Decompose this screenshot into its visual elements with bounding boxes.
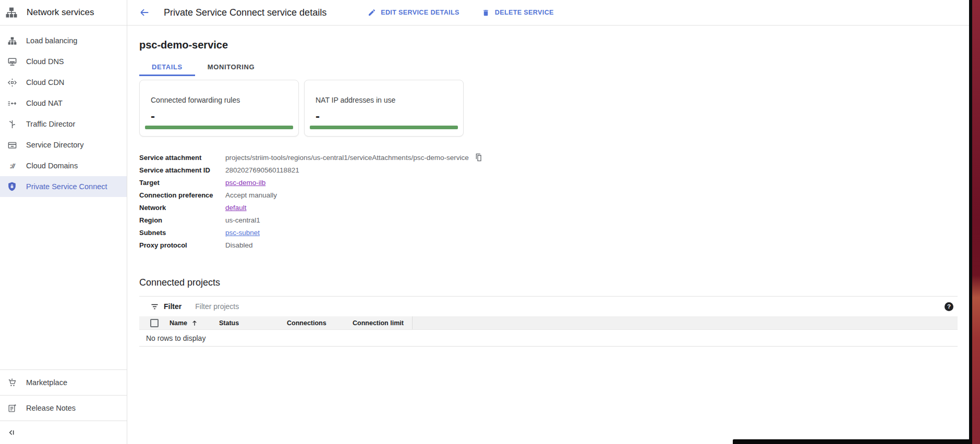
- sidebar-item-cloud-nat[interactable]: Cloud NAT: [0, 93, 127, 114]
- sidebar-item-label: Traffic Director: [26, 120, 75, 128]
- select-all-checkbox[interactable]: [150, 319, 159, 327]
- service-attachment-id-value: 2802027690560118821: [225, 166, 299, 174]
- detail-row-connection-preference: Connection preference Accept manually: [139, 189, 958, 201]
- cloud-dns-icon: [6, 55, 18, 68]
- detail-label: Target: [139, 179, 225, 187]
- detail-label: Proxy protocol: [139, 241, 225, 249]
- sidebar-item-label: Cloud NAT: [26, 99, 63, 107]
- sidebar-item-marketplace[interactable]: Marketplace: [0, 369, 127, 395]
- column-header-connection-limit[interactable]: Connection limit: [353, 319, 412, 327]
- psc-shield-lock-icon: [6, 180, 18, 193]
- detail-label: Service attachment: [139, 154, 225, 162]
- detail-label: Network: [139, 204, 225, 212]
- sidebar-collapse-row: [0, 421, 127, 444]
- network-services-logo-icon: [5, 6, 18, 19]
- marketplace-cart-icon: [6, 376, 18, 389]
- column-header-status[interactable]: Status: [219, 319, 287, 327]
- card-label: Connected forwarding rules: [151, 96, 288, 104]
- subnets-link[interactable]: psc-subnet: [225, 229, 260, 237]
- card-progress-bar: [310, 126, 458, 129]
- sidebar-item-label: Cloud Domains: [26, 162, 78, 170]
- detail-row-target: Target psc-demo-ilb: [139, 176, 958, 189]
- detail-label: Region: [139, 216, 225, 224]
- region-value: us-central1: [225, 216, 260, 224]
- sidebar-nav: Load balancing Cloud DNS: [0, 30, 127, 197]
- help-icon[interactable]: ?: [945, 302, 953, 311]
- tab-monitoring[interactable]: MONITORING: [195, 59, 267, 76]
- sidebar-item-label: Private Service Connect: [26, 182, 107, 191]
- delete-service-button[interactable]: DELETE SERVICE: [481, 8, 554, 17]
- sidebar-item-label: Service Directory: [26, 141, 83, 149]
- sidebar-item-traffic-director[interactable]: Traffic Director: [0, 114, 127, 134]
- card-connected-forwarding-rules: Connected forwarding rules -: [139, 80, 299, 137]
- detail-label: Subnets: [139, 229, 225, 237]
- pencil-icon: [367, 8, 376, 17]
- card-value: -: [151, 109, 288, 124]
- sidebar-title: Network services: [27, 7, 94, 18]
- sidebar-item-release-notes[interactable]: Release Notes: [0, 395, 127, 421]
- page-title: Private Service Connect service details: [164, 7, 326, 18]
- sidebar-item-label: Cloud DNS: [26, 57, 64, 66]
- filter-projects-input[interactable]: [195, 302, 945, 311]
- edit-button-label: EDIT SERVICE DETAILS: [381, 9, 459, 16]
- detail-row-proxy-protocol: Proxy protocol Disabled: [139, 239, 958, 251]
- sidebar: Network services Load balancing: [0, 0, 127, 444]
- load-balancing-icon: [6, 34, 18, 47]
- filter-label: Filter: [164, 302, 182, 311]
- card-value: -: [316, 109, 453, 124]
- sidebar-item-label: Load balancing: [26, 36, 77, 45]
- detail-row-region: Region us-central1: [139, 214, 958, 226]
- empty-table-message: No rows to display: [139, 330, 958, 347]
- content-area: Private Service Connect service details …: [127, 0, 969, 444]
- card-progress-bar: [145, 126, 293, 129]
- sidebar-item-private-service-connect[interactable]: Private Service Connect: [0, 176, 127, 197]
- service-directory-icon: [6, 139, 18, 151]
- cloud-nat-icon: [6, 97, 18, 109]
- back-arrow-icon[interactable]: [138, 6, 151, 19]
- sidebar-item-service-directory[interactable]: Service Directory: [0, 134, 127, 155]
- service-attachment-value: projects/striim-tools/regions/us-central…: [225, 154, 469, 162]
- cloud-domains-icon: ://: [6, 159, 18, 172]
- desktop-wallpaper-sliver: [972, 0, 980, 444]
- sidebar-item-label: Release Notes: [26, 404, 76, 412]
- connection-preference-value: Accept manually: [225, 191, 277, 199]
- traffic-director-icon: [6, 118, 18, 130]
- column-header-connections[interactable]: Connections: [287, 319, 353, 327]
- sidebar-item-cloud-cdn[interactable]: Cloud CDN: [0, 72, 127, 93]
- filter-bar: Filter ?: [139, 297, 958, 316]
- sidebar-item-label: Marketplace: [26, 378, 67, 387]
- background-window-bar: [733, 439, 972, 444]
- release-notes-icon: [6, 402, 18, 414]
- service-details-list: Service attachment projects/striim-tools…: [139, 151, 958, 251]
- collapse-sidebar-icon[interactable]: [4, 425, 19, 440]
- tab-bar: DETAILS MONITORING: [139, 59, 958, 76]
- page-body: psc-demo-service DETAILS MONITORING Conn…: [127, 26, 969, 444]
- target-link[interactable]: psc-demo-ilb: [225, 179, 265, 187]
- detail-row-service-attachment-id: Service attachment ID 280202769056011882…: [139, 164, 958, 176]
- sort-ascending-icon[interactable]: [191, 319, 198, 327]
- sidebar-item-cloud-dns[interactable]: Cloud DNS: [0, 51, 127, 72]
- proxy-protocol-value: Disabled: [225, 241, 253, 249]
- edit-service-details-button[interactable]: EDIT SERVICE DETAILS: [367, 8, 459, 17]
- column-header-name[interactable]: Name: [170, 319, 187, 327]
- sidebar-header: Network services: [0, 0, 127, 26]
- topbar: Private Service Connect service details …: [127, 0, 969, 26]
- connected-projects-heading: Connected projects: [139, 277, 958, 288]
- detail-label: Service attachment ID: [139, 166, 225, 174]
- sidebar-item-load-balancing[interactable]: Load balancing: [0, 30, 127, 51]
- sidebar-item-cloud-domains[interactable]: :// Cloud Domains: [0, 155, 127, 176]
- card-label: NAT IP addresses in use: [316, 96, 453, 104]
- sidebar-spacer: [0, 197, 127, 369]
- cloud-cdn-icon: [6, 76, 18, 89]
- detail-row-subnets: Subnets psc-subnet: [139, 226, 958, 239]
- copy-icon[interactable]: [474, 153, 483, 162]
- network-link[interactable]: default: [225, 204, 247, 212]
- delete-button-label: DELETE SERVICE: [495, 9, 554, 16]
- detail-label: Connection preference: [139, 191, 225, 199]
- detail-row-service-attachment: Service attachment projects/striim-tools…: [139, 151, 958, 164]
- summary-cards: Connected forwarding rules - NAT IP addr…: [139, 80, 958, 137]
- projects-table-header: Name Status Connections Connection limit: [139, 316, 958, 330]
- tab-details[interactable]: DETAILS: [139, 59, 195, 76]
- gcp-console-screen: Network services Load balancing: [0, 0, 980, 444]
- card-nat-ip-addresses: NAT IP addresses in use -: [304, 80, 464, 137]
